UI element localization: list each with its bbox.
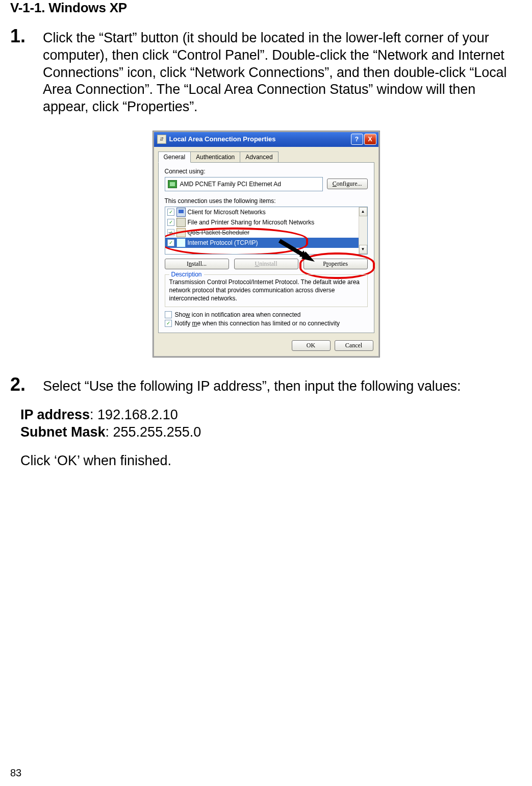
ip-address-line: IP address: 192.168.2.10	[20, 407, 522, 424]
configure-label: onfigure...	[337, 180, 362, 187]
tab-advanced[interactable]: Advanced	[240, 151, 278, 163]
xp-window: ⇵ Local Area Connection Properties ? X G…	[153, 131, 379, 358]
subnet-mask-line: Subnet Mask: 255.255.255.0	[20, 424, 522, 441]
checkbox-icon[interactable]: ✓	[167, 239, 174, 246]
adapter-name: AMD PCNET Family PCI Ethernet Ad	[180, 181, 282, 188]
checkbox-icon[interactable]: ✓	[167, 219, 174, 226]
show-icon-checkbox-row[interactable]: Show icon in notification area when conn…	[165, 311, 368, 318]
item-label: File and Printer Sharing for Microsoft N…	[188, 219, 315, 226]
notify-label: Notify me when this connection has limit…	[175, 320, 340, 327]
notify-checkbox-row[interactable]: ✓ Notify me when this connection has lim…	[165, 320, 368, 327]
items-listbox[interactable]: ✓ Client for Microsoft Networks ✓ File a…	[165, 207, 368, 255]
scroll-up-icon[interactable]: ▲	[359, 207, 367, 216]
xp-titlebar: ⇵ Local Area Connection Properties ? X	[154, 132, 378, 147]
connect-using-label: Connect using:	[165, 168, 368, 175]
list-item-selected[interactable]: ✓ Internet Protocol (TCP/IP)	[165, 238, 367, 248]
item-label: Internet Protocol (TCP/IP)	[188, 239, 258, 246]
description-group: Description Transmission Control Protoco…	[165, 274, 368, 308]
configure-button[interactable]: Configure...	[327, 179, 368, 189]
tab-general[interactable]: General	[158, 151, 191, 163]
close-button[interactable]: X	[364, 134, 376, 145]
protocol-icon	[176, 238, 186, 247]
window-icon: ⇵	[157, 135, 166, 144]
adapter-field[interactable]: AMD PCNET Family PCI Ethernet Ad	[165, 177, 323, 191]
items-label: This connection uses the following items…	[165, 197, 368, 205]
help-button[interactable]: ?	[351, 134, 363, 145]
uninstall-button[interactable]: Uninstall	[234, 259, 298, 269]
page-number: 83	[10, 767, 21, 779]
scrollbar[interactable]: ▲ ▼	[359, 207, 367, 254]
section-heading: V-1-1. Windows XP	[10, 0, 522, 16]
cancel-button[interactable]: Cancel	[335, 340, 373, 351]
step-2-text: Select “Use the following IP address”, t…	[43, 378, 522, 395]
printer-icon	[176, 218, 186, 227]
show-icon-label: Show icon in notification area when conn…	[175, 311, 301, 318]
item-label: QoS Packet Scheduler	[188, 229, 249, 236]
tab-panel-general: Connect using: AMD PCNET Family PCI Ethe…	[158, 162, 374, 334]
step-1-number: 1.	[10, 27, 26, 45]
list-item[interactable]: ✓ QoS Packet Scheduler	[165, 227, 367, 238]
description-legend: Description	[169, 271, 204, 278]
description-text: Transmission Control Protocol/Internet P…	[169, 278, 363, 303]
scroll-down-icon[interactable]: ▼	[359, 245, 367, 254]
nic-icon	[168, 180, 177, 188]
ok-button[interactable]: OK	[292, 340, 331, 351]
checkbox-icon[interactable]: ✓	[167, 229, 174, 236]
client-icon	[176, 208, 186, 217]
step-2: 2. Select “Use the following IP address”…	[10, 375, 522, 469]
tabstrip: General Authentication Advanced	[154, 147, 378, 162]
tab-authentication[interactable]: Authentication	[190, 151, 240, 163]
figure-xp-dialog: ⇵ Local Area Connection Properties ? X G…	[10, 131, 522, 358]
item-label: Client for Microsoft Networks	[188, 209, 266, 216]
step-2-number: 2.	[10, 375, 26, 394]
checkbox-icon[interactable]	[165, 311, 172, 318]
checkbox-icon[interactable]: ✓	[167, 209, 174, 216]
scheduler-icon	[176, 228, 186, 237]
install-button[interactable]: Install...	[165, 259, 229, 269]
properties-button[interactable]: Properties	[303, 259, 368, 269]
step-2-tail: Click ‘OK’ when finished.	[20, 452, 522, 470]
step-1: 1. Click the “Start” button (it should b…	[10, 27, 522, 357]
list-item[interactable]: ✓ Client for Microsoft Networks	[165, 207, 367, 217]
list-item[interactable]: ✓ File and Printer Sharing for Microsoft…	[165, 217, 367, 227]
window-title: Local Area Connection Properties	[169, 135, 351, 143]
step-1-text: Click the “Start” button (it should be l…	[43, 30, 522, 116]
checkbox-icon[interactable]: ✓	[165, 320, 172, 327]
